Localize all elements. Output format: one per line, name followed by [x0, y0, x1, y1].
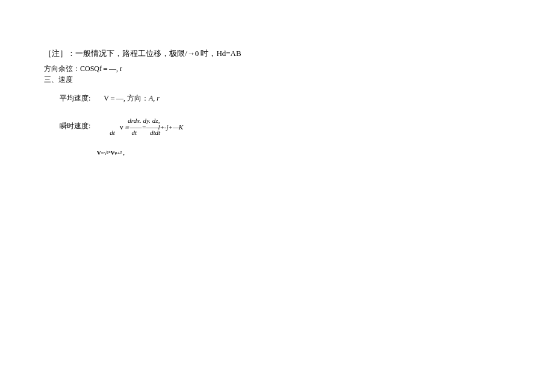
- note-line: ［注］：一般情况下，路程工位移，极限/→0 吋，Hd=AB: [44, 48, 554, 59]
- direction-cosine-line: 方向余弦：COSQf＝—, r: [44, 64, 554, 74]
- direction-cosine-label: 方向余弦：: [44, 64, 80, 73]
- direction-cosine-formula: COSQf＝—, r: [80, 64, 122, 73]
- instant-velocity-label: 瞬时速度:: [60, 121, 90, 131]
- note-suffix: 0 吋，Hd=AB: [195, 49, 241, 58]
- avg-velocity-dir-value: A, r: [149, 94, 160, 102]
- section-heading-velocity: 三、速度: [44, 75, 554, 85]
- instant-velocity-line: 瞬时速度: drdx. dy. dz, v＝——=——l+-j+—K dt dt…: [44, 117, 554, 136]
- avg-velocity-dir-label: 方向：: [127, 94, 149, 102]
- average-velocity-line: 平均速度:V＝—, 方向：A, r: [44, 93, 554, 104]
- note-prefix: ［注］：一般情况下，路程工位移，极限/: [44, 49, 187, 58]
- instant-velocity-formula: drdx. dy. dz, v＝——=——l+-j+—K dt dt dtdt: [110, 117, 230, 136]
- avg-velocity-label: 平均速度:: [60, 94, 90, 102]
- arrow-icon: →: [187, 49, 195, 58]
- formula-denominator: dt dt dtdt: [110, 129, 160, 136]
- magnitude-formula-line: V=√²°Vν+² ,: [44, 149, 554, 157]
- magnitude-formula: V=√²°Vν+² ,: [97, 150, 125, 156]
- avg-velocity-formula: V＝—,: [104, 94, 125, 102]
